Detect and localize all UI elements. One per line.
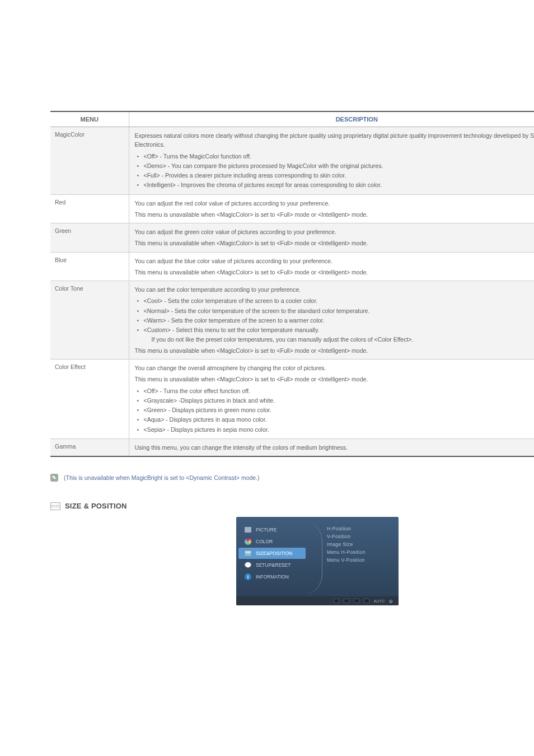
list-item: <Cool> - Sets the color temperature of t… <box>136 296 535 305</box>
list-item: <Off> - Turns the color effect function … <box>136 386 535 395</box>
menu-label: Color Tone <box>50 281 129 360</box>
osd-right-item: Image Size <box>327 540 393 548</box>
menu-description-table: MENU DESCRIPTION MagicColorExpresses nat… <box>50 111 534 457</box>
menu-description: You can change the overall atmosphere by… <box>129 360 534 439</box>
menu-label: Green <box>50 223 129 253</box>
note: ✎ (This is unavailable when MagicBright … <box>50 474 534 482</box>
list-item: <Sepia> - Displays pictures in sepia mon… <box>136 425 535 434</box>
note-text: (This is unavailable when MagicBright is… <box>64 474 260 481</box>
osd-left-item: PICTURE <box>238 524 306 535</box>
table-row: BlueYou can adjust the blue color value … <box>50 252 534 281</box>
menu-label: Gamma <box>50 438 129 456</box>
table-row: Color ToneYou can set the color temperat… <box>50 281 534 360</box>
list-item: <Normal> - Sets the color temperature of… <box>136 306 535 315</box>
osd-left-item: COLOR <box>238 536 306 547</box>
menu-label: Color Effect <box>50 360 129 439</box>
list-item: <Demo> - You can compare the pictures pr… <box>136 161 535 170</box>
menu-description: Using this menu, you can change the inte… <box>129 438 534 456</box>
menu-label: Red <box>50 194 129 223</box>
list-item: <Aqua> - Displays pictures in aqua mono … <box>136 415 535 424</box>
osd-auto-label: AUTO <box>374 599 385 603</box>
osd-right-item: Menu V-Position <box>327 556 393 564</box>
osd-left-item: iINFORMATION <box>238 571 306 582</box>
section-title: SIZE & POSITION <box>65 502 127 510</box>
osd-left-label: PICTURE <box>256 527 277 533</box>
pal-icon <box>244 538 252 545</box>
osd-nav-icon <box>354 599 359 603</box>
menu-label: MagicColor <box>50 127 129 195</box>
osd-nav-icon <box>334 599 339 603</box>
list-item: <Warm> - Sets the color temperature of t… <box>136 316 535 325</box>
gear-icon <box>244 562 252 568</box>
osd-left-item: SIZE&POSITION <box>238 548 306 559</box>
list-item: <Off> - Turns the MagicColor function of… <box>136 152 535 161</box>
osd-left-label: SIZE&POSITION <box>256 550 292 556</box>
osd-power-icon: ⏻ <box>389 599 393 603</box>
table-row: GreenYou can adjust the green color valu… <box>50 223 534 253</box>
osd-bottom-bar: AUTO ⏻ <box>236 596 399 605</box>
list-item: <Intelligent> - Improves the chroma of p… <box>136 180 535 189</box>
grid-icon <box>244 550 252 557</box>
menu-description: Expresses natural colors more clearly wi… <box>129 127 534 195</box>
col-description: DESCRIPTION <box>129 111 534 127</box>
menu-description: You can adjust the blue color value of p… <box>129 252 534 281</box>
osd-nav-icon <box>364 599 369 603</box>
osd-right-item: Menu H-Position <box>327 548 393 556</box>
table-row: Color EffectYou can change the overall a… <box>50 360 534 439</box>
osd-left-label: SETUP&RESET <box>256 562 291 568</box>
list-item: <Custom> - Select this menu to set the c… <box>136 325 535 344</box>
table-row: GammaUsing this menu, you can change the… <box>50 438 534 456</box>
box-icon <box>244 526 252 533</box>
list-item: <Green> - Displays pictures in green mon… <box>136 405 535 414</box>
list-item: <Full> - Provides a clearer picture incl… <box>136 171 535 180</box>
menu-description: You can adjust the red color value of pi… <box>129 194 534 223</box>
section-heading: ▭▭ SIZE & POSITION <box>50 502 534 510</box>
list-item: <Grayscale> -Displays pictures in black … <box>136 396 535 405</box>
osd-right-item: V-Position <box>327 533 393 540</box>
size-position-icon: ▭▭ <box>50 502 60 510</box>
menu-label: Blue <box>50 252 129 281</box>
osd-left-label: COLOR <box>256 539 273 544</box>
osd-nav-icon <box>344 599 349 603</box>
osd-left-label: INFORMATION <box>256 574 289 580</box>
col-menu: MENU <box>50 111 129 127</box>
table-row: MagicColorExpresses natural colors more … <box>50 127 534 195</box>
note-icon: ✎ <box>50 474 58 482</box>
table-row: RedYou can adjust the red color value of… <box>50 194 534 223</box>
info-icon: i <box>244 573 252 580</box>
menu-description: You can adjust the green color value of … <box>129 223 534 253</box>
menu-description: You can set the color temperature accord… <box>129 281 534 360</box>
osd-left-item: SETUP&RESET <box>238 559 306 571</box>
osd-right-item: H-Position <box>327 525 393 533</box>
osd-menu-screenshot: PICTURECOLORSIZE&POSITIONSETUP&RESETiINF… <box>236 517 399 605</box>
